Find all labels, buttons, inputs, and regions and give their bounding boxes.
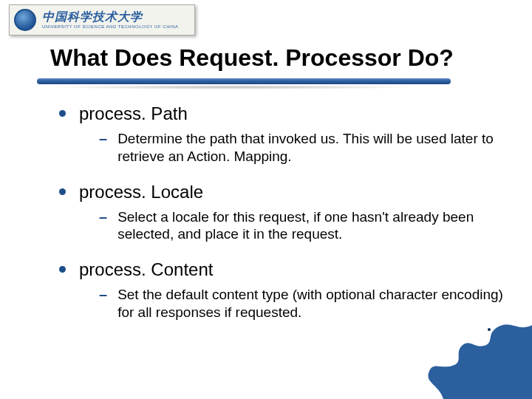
title-underline xyxy=(37,78,451,86)
sub-text: Select a locale for this request, if one… xyxy=(117,208,510,244)
bullet-icon xyxy=(59,110,66,117)
dash-icon: – xyxy=(99,286,107,303)
bullet-heading: process. Content xyxy=(79,259,213,280)
slide-title: What Does Request. Processor Do? xyxy=(50,44,454,72)
bullet-heading: process. Path xyxy=(79,103,188,124)
sub-text: Determine the path that invoked us. This… xyxy=(117,130,510,166)
bullet-item: process. Content xyxy=(59,259,510,280)
logo-chinese: 中国科学技术大学 xyxy=(42,11,179,23)
logo-english: UNIVERSITY OF SCIENCE AND TECHNOLOGY OF … xyxy=(42,24,179,29)
bullet-icon xyxy=(59,188,66,195)
bullet-item: process. Locale xyxy=(59,182,510,202)
dash-icon: – xyxy=(99,130,107,147)
slide-content: process. Path – Determine the path that … xyxy=(59,103,510,338)
bullet-icon xyxy=(59,266,66,273)
sub-item: – Determine the path that invoked us. Th… xyxy=(99,130,510,166)
logo-text: 中国科学技术大学 UNIVERSITY OF SCIENCE AND TECHN… xyxy=(42,11,179,29)
logo-seal-icon xyxy=(14,9,36,31)
university-logo: 中国科学技术大学 UNIVERSITY OF SCIENCE AND TECHN… xyxy=(9,4,195,35)
dash-icon: – xyxy=(99,208,107,225)
bullet-item: process. Path xyxy=(59,103,510,124)
sub-item: – Select a locale for this request, if o… xyxy=(99,208,510,244)
bullet-heading: process. Locale xyxy=(79,182,203,202)
sub-item: – Set the default content type (with opt… xyxy=(99,286,510,321)
sub-text: Set the default content type (with optio… xyxy=(117,286,510,321)
